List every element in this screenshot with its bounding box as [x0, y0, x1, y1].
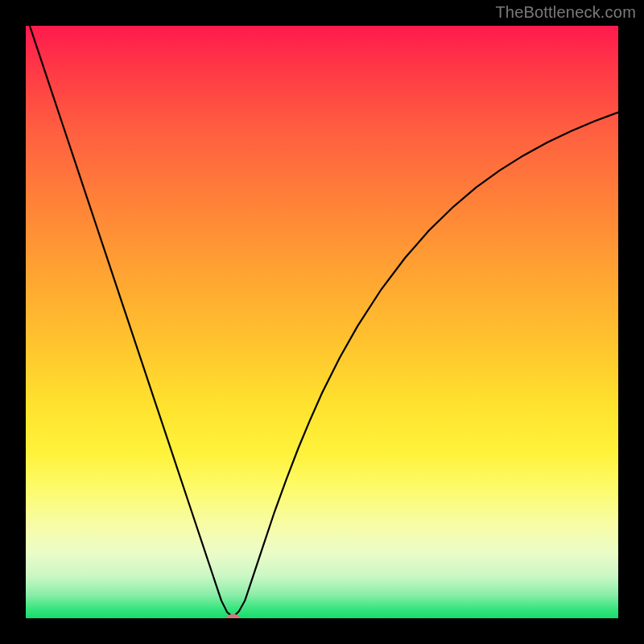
- minimum-marker: [226, 614, 241, 618]
- watermark-text: TheBottleneck.com: [495, 3, 636, 22]
- plot-svg: [26, 26, 618, 618]
- plot-area: [26, 26, 618, 618]
- chart-frame: TheBottleneck.com: [0, 0, 644, 644]
- bottleneck-curve: [26, 26, 618, 617]
